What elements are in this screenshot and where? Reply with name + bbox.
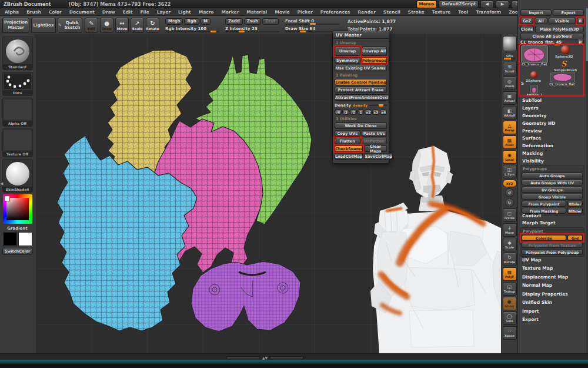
tool-section-header[interactable]: Geometry HD [520,120,584,127]
clone-button[interactable]: Clone [520,26,534,32]
scroll-button[interactable]: ⊞ Scroll [503,62,517,75]
paste-uvs-button[interactable]: Paste UVs [362,130,387,137]
color-picker[interactable] [3,194,32,224]
tool-section-header[interactable]: Surface [520,134,584,142]
tool-section-header[interactable]: Display Properties [520,290,584,299]
tray-arrows-icon[interactable]: ▲▼ [262,356,268,359]
protect-attract-erase-button[interactable]: Protect Attract Erase [335,87,387,93]
tray-resize-handle[interactable]: ▲▼ [226,356,303,359]
polypaint-header[interactable]: Polypaint [523,229,583,234]
mrgb-button[interactable]: Mrgb [165,18,183,25]
z-intensity-slider[interactable]: Z Intensity 25 [225,26,279,32]
density-step-button[interactable]: x4 [380,110,387,115]
zoom-button[interactable]: ◎ Zoom [503,77,517,90]
focal-shift-slider[interactable]: Focal Shift 0 [285,18,339,25]
auto-groups-with-uv-button[interactable]: Auto Groups With UV [522,180,583,185]
menu-item[interactable]: Macro [199,9,214,15]
tool-section-header[interactable]: Visibility [520,157,584,165]
persp-button[interactable]: △ Persp [503,121,517,134]
menu-item[interactable]: Picker [298,9,313,15]
lightbox-button[interactable]: LightBox [31,18,56,33]
unwrap-button[interactable]: Unwrap [335,47,360,56]
menu-item[interactable]: Alpha [5,9,19,15]
tool-section-header[interactable]: Unified Skin [520,299,584,307]
polyf-button[interactable]: ▦ PolyF [503,267,517,281]
y-axis-button[interactable]: ↺ [505,188,514,197]
current-brush-thumb[interactable]: Standard [2,37,33,70]
menu-item[interactable]: Light [178,9,191,15]
attract-from-ambient-occlusion-button[interactable]: AttractFromAmbientOccl [335,94,389,101]
menu-item[interactable]: Marker [222,9,239,15]
menu-item[interactable]: Draw [102,9,115,15]
flatten-button[interactable]: Flatten [335,138,360,144]
menu-item[interactable]: Stroke [408,9,425,15]
tool-section-header[interactable]: UV Map [520,256,584,264]
tool-section-header[interactable]: Geometry [520,112,584,120]
menu-item[interactable]: Tool [458,9,468,15]
switch-color-button[interactable]: SwitchColor [2,248,33,255]
goz-button[interactable]: GoZ [520,18,533,24]
spix-slider[interactable]: SPix [503,52,516,61]
copy-uvs-button[interactable]: Copy UVs [335,130,360,137]
density-step-button[interactable]: /4 [335,110,342,115]
solo-button[interactable]: ◯ Solo [503,311,517,325]
default-zscript-button[interactable]: DefaultZScript [439,1,479,8]
polypaint-from-texture-button[interactable]: Polypaint From Texture [522,242,583,248]
tool-section-header[interactable]: Deformation [520,142,584,150]
actual-button[interactable]: ▣ Actual [503,91,517,105]
tool-section-header[interactable]: Export [520,316,584,324]
menu-item[interactable]: Document [69,9,95,15]
tool-section-header[interactable]: Displacement Map [520,273,584,281]
scale-button[interactable]: ◆ Scale [503,238,517,251]
group-visible-button[interactable]: Group Visible [522,194,583,200]
transp-button[interactable]: ◱ Transp [503,282,517,296]
ghost-button[interactable]: ● Ghost [503,297,517,310]
tronco-flat-thumb[interactable] [550,72,575,82]
menu-item[interactable]: Stencil [383,9,400,15]
menu-item[interactable]: File [140,9,149,15]
draw-mode-button[interactable]: ● Draw [100,18,113,33]
auto-groups-button[interactable]: Auto Groups [522,173,583,178]
edit-mode-button[interactable]: ✎ Edit [85,18,98,33]
canvas-document[interactable] [35,34,501,353]
tool-section-header[interactable]: Preview [520,127,584,135]
menu-item[interactable]: Layer [157,9,171,15]
z-axis-button[interactable]: ↻ [505,198,514,207]
from-polypaint-button[interactable]: From Polypaint [522,201,566,207]
grd-button[interactable]: Grd [567,235,583,241]
check-seams-button[interactable]: CheckSeams [335,145,363,152]
work-on-clone-button[interactable]: Work On Clone [335,122,387,129]
tool-section-header[interactable]: SubTool [520,97,584,104]
current-stroke-thumb[interactable]: Dots [2,72,33,96]
secondary-color-swatch[interactable] [18,232,32,246]
unwrap-all-button[interactable]: Unwrap All [362,47,387,56]
tool-section-header[interactable]: Texture Map [520,264,584,273]
lsym-button[interactable]: ◫ L.Sym [503,165,517,178]
density-step-button[interactable]: x2 [365,110,372,115]
uv-groups-button[interactable]: Uv Groups [522,187,583,193]
contact-section-header[interactable]: Contact [520,212,586,220]
active-tool-thumb[interactable] [521,45,548,63]
tool-export-button[interactable]: Export [553,9,584,16]
goz-visible-button[interactable]: Visible [549,18,576,24]
tool-section-header[interactable]: Normal Map [520,281,584,290]
goz-all-button[interactable]: All [534,18,547,24]
tronco1-thumb[interactable] [530,85,538,94]
xpose-button[interactable]: ∷ Xpose [503,326,517,340]
local-button[interactable]: ◉ Local [503,150,517,164]
rgb-button[interactable]: Rgb [184,18,199,25]
rotate-mode-button[interactable]: ↻ Rotate [146,18,159,33]
m-button[interactable]: M [201,18,211,25]
frame-button[interactable]: ▢ Frame [503,208,517,222]
tray-collapse-icon[interactable]: ◀ [0,181,3,186]
menu-item[interactable]: Edit [123,9,133,15]
density-slider[interactable]: Density density [335,102,387,108]
floor-button[interactable]: ▦ Floor [503,135,517,149]
move-button[interactable]: + Move [503,223,517,237]
density-step-button[interactable]: /2 [350,110,357,115]
tool-section-header[interactable]: Masking [520,150,584,157]
sphere3d-thumb[interactable] [561,45,570,54]
menu-item[interactable]: Movie [275,9,289,15]
bpr-render-button[interactable] [503,36,517,51]
menu-item[interactable]: Texture [432,9,451,15]
